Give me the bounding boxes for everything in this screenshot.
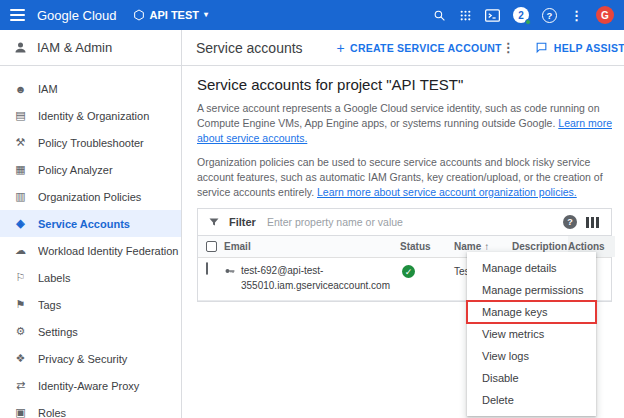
menu-item-disable[interactable]: Disable (467, 367, 596, 389)
project-selector[interactable]: API TEST ▾ (133, 9, 209, 21)
sidebar-item-policy-analyzer[interactable]: ▦ Policy Analyzer (0, 156, 181, 183)
sidebar-item-policy-troubleshooter[interactable]: ⚒ Policy Troubleshooter (0, 129, 181, 156)
filter-input[interactable] (265, 215, 554, 229)
help-assistant-button[interactable]: HELP ASSISTANT (535, 41, 624, 54)
sidebar-item-organization-policies[interactable]: ▥ Organization Policies (0, 183, 181, 210)
gear-icon: ⚙ (14, 325, 27, 338)
roles-icon: ▣ (14, 406, 27, 418)
column-display-icon[interactable] (586, 217, 601, 228)
service-account-icon: ◈ (14, 217, 27, 230)
proxy-arrows-icon: ⇄ (14, 379, 27, 392)
sidebar: ☻ IAM ▤ Identity & Organization ⚒ Policy… (0, 66, 182, 418)
sort-ascending-icon: ↑ (484, 241, 489, 252)
filter-funnel-icon[interactable] (208, 216, 220, 228)
page-heading: Service accounts for project "API TEST" (197, 76, 612, 93)
sidebar-item-service-accounts[interactable]: ◈ Service Accounts (0, 210, 181, 237)
sidebar-item-privacy-security[interactable]: ❖ Privacy & Security (0, 345, 181, 372)
row-checkbox[interactable] (206, 262, 208, 275)
sidebar-item-tags[interactable]: ⚑ Tags (0, 291, 181, 318)
page-title: Service accounts (196, 40, 303, 56)
menu-item-manage-keys[interactable]: Manage keys (467, 301, 596, 323)
tools-icon: ⚒ (14, 136, 27, 149)
caret-down-icon: ▾ (204, 11, 208, 19)
identity-card-icon: ▤ (14, 109, 27, 122)
presence-dot-icon (525, 19, 531, 25)
service-account-key-icon (224, 265, 236, 277)
filter-help-icon[interactable]: ? (563, 215, 577, 229)
section-title: IAM & Admin (37, 40, 112, 55)
sidebar-item-identity-organization[interactable]: ▤ Identity & Organization (0, 102, 181, 129)
project-hexagon-icon (133, 9, 145, 21)
topbar-more-icon[interactable]: ⋮ (570, 8, 583, 23)
column-header-status[interactable]: Status (400, 241, 454, 252)
create-service-account-label: CREATE SERVICE ACCOUNT (350, 42, 502, 54)
page-header: IAM & Admin Service accounts + CREATE SE… (0, 30, 624, 66)
learn-more-org-policies-link[interactable]: Learn more about service account organiz… (317, 186, 577, 198)
sidebar-item-iam[interactable]: ☻ IAM (0, 75, 181, 102)
google-cloud-logo[interactable]: Google Cloud (37, 8, 117, 23)
sidebar-item-identity-aware-proxy[interactable]: ⇄ Identity-Aware Proxy (0, 372, 181, 399)
column-header-name[interactable]: Name ↑ (454, 241, 512, 252)
iam-admin-icon (13, 40, 28, 55)
sidebar-item-workload-identity-federation[interactable]: ☁ Workload Identity Federation (0, 237, 181, 264)
filter-bar: Filter ? (198, 209, 611, 236)
label-icon: ⚐ (14, 271, 27, 284)
help-assistant-label: HELP ASSISTANT (554, 42, 624, 54)
menu-item-manage-permissions[interactable]: Manage permissions (467, 279, 596, 301)
column-header-description[interactable]: Description (512, 241, 568, 252)
avatar[interactable]: G (596, 6, 614, 24)
help-icon[interactable]: ? (542, 8, 557, 23)
topbar: Google Cloud API TEST ▾ 2 ? ⋮ G (0, 0, 624, 30)
tag-icon: ⚑ (14, 298, 27, 311)
chat-icon (535, 41, 548, 54)
select-all-checkbox[interactable] (206, 241, 217, 252)
service-account-email[interactable]: test-692@api-test-355010.iam.gserviceacc… (241, 263, 399, 293)
create-service-account-button[interactable]: + CREATE SERVICE ACCOUNT (337, 41, 502, 55)
intro-text: A service account represents a Google Cl… (197, 102, 600, 129)
search-icon[interactable] (433, 9, 446, 22)
people-icon: ☻ (14, 83, 27, 95)
menu-item-delete[interactable]: Delete (467, 389, 596, 411)
menu-item-view-logs[interactable]: View logs (467, 345, 596, 367)
shield-icon: ❖ (14, 352, 27, 365)
intro-paragraph: A service account represents a Google Cl… (197, 101, 612, 147)
header-more-icon[interactable]: ⋮ (502, 40, 515, 55)
menu-item-view-metrics[interactable]: View metrics (467, 323, 596, 345)
status-active-icon: ✓ (402, 265, 415, 278)
apps-grid-icon[interactable] (459, 9, 472, 22)
analyzer-icon: ▦ (14, 163, 27, 176)
sidebar-item-roles[interactable]: ▣ Roles (0, 399, 181, 418)
sidebar-item-labels[interactable]: ⚐ Labels (0, 264, 181, 291)
policy-paragraph: Organization policies can be used to sec… (197, 155, 612, 201)
filter-label: Filter (229, 216, 256, 228)
column-header-email[interactable]: Email (224, 241, 400, 252)
cloud-shell-icon[interactable] (485, 9, 500, 22)
policies-list-icon: ▥ (14, 190, 27, 203)
notifications-badge[interactable]: 2 (513, 7, 529, 23)
section-header: IAM & Admin (0, 30, 182, 65)
notification-count: 2 (518, 10, 524, 21)
project-name: API TEST (150, 9, 200, 21)
row-actions-menu: Manage details Manage permissions Manage… (467, 252, 596, 416)
cloud-icon: ☁ (14, 244, 27, 257)
menu-item-manage-details[interactable]: Manage details (467, 257, 596, 279)
plus-icon: + (337, 41, 345, 55)
menu-icon[interactable] (10, 9, 25, 21)
sidebar-item-settings[interactable]: ⚙ Settings (0, 318, 181, 345)
